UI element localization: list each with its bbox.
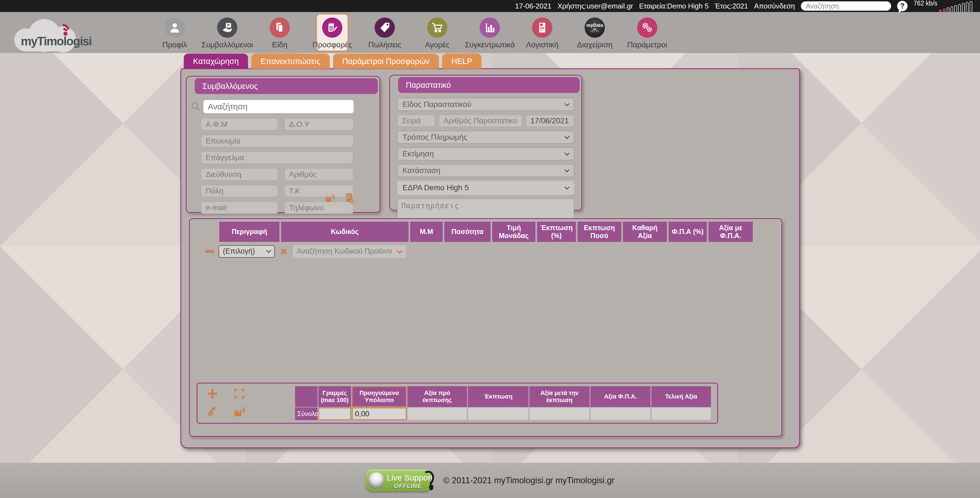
column-header: Μ.Μ	[410, 222, 443, 242]
handshake-icon	[217, 17, 237, 38]
totals-column-header: Γραμμές (max 100)	[318, 386, 351, 407]
headset-icon	[420, 469, 436, 487]
column-header: Κωδικός	[281, 222, 409, 242]
chevron-down-icon	[565, 101, 569, 106]
logo-text: myTimologisi	[21, 35, 92, 48]
document-number-field[interactable]	[439, 114, 522, 127]
contractor-search-input[interactable]	[204, 100, 353, 113]
discount-cell	[468, 408, 528, 420]
app-logo[interactable]: myTimologisi	[14, 14, 83, 51]
document-panel-title: Παραστατικό	[398, 77, 580, 93]
totals-column-header: Έκπτωση	[468, 386, 528, 407]
nav-item-prosfores[interactable]: Προσφορές	[316, 14, 348, 51]
estimation-select[interactable]: Εκτίμηση	[397, 147, 574, 160]
tab-parametroi-prosforon[interactable]: Παράμετροι Προσφορών	[333, 54, 439, 69]
invoice-icon	[532, 17, 552, 38]
city-field[interactable]	[201, 185, 278, 197]
tab-epanektyposeis[interactable]: Επανεκτυπώσεις	[251, 54, 329, 69]
document-check-icon[interactable]	[344, 192, 355, 204]
nav-item-symvallomenoi[interactable]: Συμβαλλόμενοι	[211, 14, 243, 51]
value-before-discount-cell	[407, 408, 467, 420]
company-name-field[interactable]	[201, 135, 353, 147]
product-code-search-input[interactable]	[293, 245, 406, 258]
profession-field[interactable]	[201, 151, 353, 164]
main-nav: Προφίλ Συμβαλλόμενοι Είδη Προσφορές Πωλή…	[159, 14, 663, 51]
document-type-select[interactable]: Είδος Παραστατικού	[397, 98, 574, 111]
live-support-status: OFFLINE	[394, 482, 422, 490]
column-header: Εκπτωση Ποσό	[578, 222, 621, 242]
notepad-pencil-icon	[322, 17, 342, 38]
column-header: Έκπτωση (%)	[537, 222, 576, 242]
email-field[interactable]	[201, 201, 278, 214]
connection-speed: 762 kb/s	[913, 0, 972, 13]
year-label: Έτος:2021	[714, 2, 748, 10]
company-label: Εταιρεία:Demo High 5	[639, 2, 708, 10]
previous-balance-input[interactable]	[352, 408, 407, 420]
totals-column-header: Τελική Αξία	[651, 386, 711, 407]
bar-chart-icon	[480, 17, 500, 38]
chevron-down-icon	[266, 248, 271, 253]
column-header: Ποσότητα	[444, 222, 490, 242]
nav-label: Προφίλ	[162, 40, 187, 49]
column-header: Φ.Π.Α (%)	[668, 222, 707, 242]
totals-label: Σύνολα:	[295, 408, 317, 420]
help-icon[interactable]: ?	[897, 1, 908, 11]
payment-method-select[interactable]: Τρόπος Πληρωμής	[397, 131, 574, 144]
column-header: Καθαρή Αξία	[623, 222, 667, 242]
street-number-field[interactable]	[284, 168, 353, 181]
clean-broom-icon[interactable]	[206, 405, 219, 418]
totals-column-header: Αξία Φ.Π.Α.	[590, 386, 651, 407]
items-table-header: Περιγραφή Κωδικός Μ.Μ Ποσότητα Τιμή Μονά…	[190, 219, 781, 242]
nav-item-logistiki[interactable]: Λογιστική	[526, 14, 558, 51]
nav-label: Λογιστική	[526, 40, 558, 49]
nav-label: Είδη	[272, 40, 287, 49]
status-select[interactable]: Κατάσταση	[397, 164, 574, 177]
nav-label: Προσφορές	[313, 40, 352, 49]
items-table-panel: Περιγραφή Κωδικός Μ.Μ Ποσότητα Τιμή Μονά…	[189, 218, 782, 437]
nav-item-eidi[interactable]: Είδη	[264, 14, 296, 51]
series-field[interactable]	[397, 114, 435, 127]
contractor-panel-title: Συμβαλλόμενος	[195, 78, 378, 94]
column-header: Περιγραφή	[219, 222, 280, 242]
nav-item-sygkentrotika[interactable]: Συγκεντρωτικά	[474, 14, 506, 51]
tab-help[interactable]: HELP	[442, 54, 482, 69]
copyright-text: © 2011-2021 myTimologisi.gr myTimologisi…	[443, 476, 614, 485]
add-row-icon[interactable]	[206, 387, 219, 400]
totals-column-header: Αξία πρό έκπτωσης	[407, 386, 467, 407]
global-search-input[interactable]	[801, 2, 891, 11]
nav-item-parametroi[interactable]: Παράμετροι	[631, 14, 663, 51]
column-header: Αξία με Φ.Π.Α.	[708, 222, 753, 242]
nav-item-diaxeirisi[interactable]: myData Διαχείριση	[579, 14, 611, 51]
doy-field[interactable]	[284, 118, 353, 131]
live-support-badge[interactable]: Live Support OFFLINE	[366, 469, 431, 492]
afm-field[interactable]	[201, 118, 278, 131]
nav-label: Συμβαλλόμενοι	[202, 40, 253, 49]
item-row: (Επιλογή)	[205, 245, 781, 258]
vat-value-cell	[590, 408, 651, 420]
column-header: Τιμή Μονάδας	[492, 222, 535, 242]
save-refresh-icon[interactable]	[324, 192, 336, 204]
cart-icon	[427, 17, 447, 38]
document-date-field[interactable]	[525, 114, 574, 127]
clear-x-icon[interactable]	[279, 247, 288, 256]
remove-row-icon[interactable]	[205, 250, 214, 253]
nav-item-poliseis[interactable]: Πωλήσεις	[369, 14, 401, 51]
fullscreen-icon[interactable]	[233, 387, 245, 400]
logout-link[interactable]: Αποσύνδεση	[754, 2, 795, 10]
totals-column-header: Αξία μετά την έκπτωση	[530, 386, 590, 407]
save-calculate-icon[interactable]	[233, 405, 245, 418]
address-field[interactable]	[201, 168, 278, 181]
person-icon	[165, 17, 185, 38]
item-category-select[interactable]: (Επιλογή)	[218, 245, 275, 258]
lines-count-input[interactable]	[318, 408, 351, 420]
nav-item-agores[interactable]: Αγορές	[421, 14, 453, 51]
nav-item-profil[interactable]: Προφίλ	[159, 14, 191, 51]
search-icon	[190, 101, 201, 112]
nav-label: Πωλήσεις	[368, 40, 401, 49]
user-label: Χρήστης:user@email.gr	[558, 2, 633, 10]
nav-label: Διαχείριση	[577, 40, 612, 49]
headset-mic-icon	[429, 484, 433, 490]
module-tabs: Καταχώρηση Επανεκτυπώσεις Παράμετροι Προ…	[184, 54, 482, 69]
tab-kataxorisi[interactable]: Καταχώρηση	[184, 54, 248, 69]
branch-select[interactable]: ΕΔΡΑ Demo High 5	[397, 181, 574, 195]
